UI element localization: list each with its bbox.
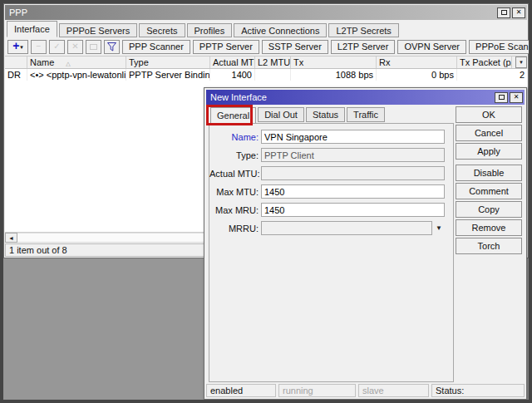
comment-icon [90,44,97,50]
mrru-row: MRRU: ▼ [209,221,453,235]
column-name[interactable]: Name△ [27,57,126,68]
type-label: Type: [209,150,261,160]
filter-button[interactable] [104,40,120,54]
dialog-close-button[interactable]: ✕ [510,92,523,103]
running-status: running [278,384,356,397]
row-actual-mtu: 1400 [210,69,255,81]
table-row[interactable]: DR <•><pptp-vpn-lewatonline> PPTP Server… [5,69,527,81]
max-mtu-field[interactable] [261,184,445,199]
torch-button[interactable]: Torch [456,238,522,254]
cross-icon: ✕ [71,42,78,51]
mrru-dropdown-icon: ▼ [436,224,442,232]
interface-state-icon: <•> [30,69,44,81]
slave-status: slave [358,384,429,397]
general-tab-panel: Name: Type: Actual MTU: Max MTU: Max MRU… [209,123,454,382]
row-name: <•><pptp-vpn-lewatonline> [27,69,126,81]
enable-button: ✓ [49,40,65,54]
tab-dial-out[interactable]: Dial Out [258,107,304,122]
max-mru-label: Max MRU: [209,205,261,215]
item-count: 1 item out of 8 [9,245,67,255]
row-rx: 0 bps [377,69,457,81]
sort-asc-icon: △ [66,61,70,66]
column-tx[interactable]: Tx [291,57,377,68]
pptp-server-button[interactable]: PPTP Server [193,40,259,54]
name-label: Name: [209,132,261,142]
add-button[interactable]: + ▾ [7,40,28,54]
scroll-left-button[interactable]: ◄ [5,233,17,243]
type-row: Type: [209,148,453,162]
name-row: Name: [209,130,453,144]
row-flags: DR [5,69,27,81]
mrru-field [261,221,432,235]
tab-pppoe-servers[interactable]: PPPoE Servers [59,23,137,37]
maximize-button[interactable] [497,7,510,18]
comment-button[interactable]: Comment [456,183,522,199]
max-mru-row: Max MRU: [209,203,453,217]
remove-button: − [31,40,47,54]
copy-button[interactable]: Copy [456,201,522,218]
dialog-titlebar[interactable]: New Interface ✕ [206,90,525,105]
tab-status[interactable]: Status [306,107,345,122]
tab-l2tp-secrets[interactable]: L2TP Secrets [328,23,398,37]
tab-general[interactable]: General [210,107,256,124]
dialog-tabbar: General Dial Out Status Traffic [210,107,385,124]
column-tx-packet[interactable]: Tx Packet (p/s) [457,57,512,68]
status-label: Status: [431,384,525,397]
column-type[interactable]: Type [126,57,210,68]
type-field [261,148,445,162]
column-select-icon: ▼ [519,60,524,65]
ovpn-server-button[interactable]: OVPN Server [397,40,466,54]
apply-button[interactable]: Apply [456,143,522,160]
plus-icon: + [12,40,19,52]
minus-icon: − [37,42,42,51]
actual-mtu-row: Actual MTU: [209,166,453,180]
column-rx[interactable]: Rx [377,57,457,68]
name-field[interactable] [261,130,445,144]
maximize-icon [501,10,507,15]
new-interface-dialog: New Interface ✕ General Dial Out Status … [204,87,527,400]
table-header: Name△ Type Actual MTU L2 MTU Tx Rx Tx Pa… [5,57,527,69]
ppp-titlebar[interactable]: PPP ✕ [5,5,527,20]
actual-mtu-field [261,166,445,180]
enabled-status: enabled [206,384,276,397]
close-icon: ✕ [516,9,522,16]
check-icon: ✓ [53,42,60,51]
ok-button[interactable]: OK [456,106,522,123]
dialog-maximize-button[interactable] [495,92,508,103]
winbox-desktop: PPP ✕ Interface PPPoE Servers Secrets Pr… [0,0,532,403]
close-button[interactable]: ✕ [512,7,525,18]
window-title: PPP [9,7,495,17]
ppp-tabbar: Interface PPPoE Servers Secrets Profiles… [5,20,527,37]
caret-down-icon: ▾ [20,44,23,50]
column-actual-mtu[interactable]: Actual MTU [210,57,255,68]
tab-secrets[interactable]: Secrets [139,23,185,37]
column-flags[interactable] [5,57,27,68]
tab-interface[interactable]: Interface [7,21,57,37]
max-mtu-row: Max MTU: [209,184,453,199]
l2tp-server-button[interactable]: L2TP Server [331,40,396,54]
remove-button[interactable]: Remove [456,219,522,236]
column-select-button[interactable]: ▼ [515,57,527,68]
row-l2-mtu [255,69,291,81]
tab-active-connections[interactable]: Active Connections [234,23,327,37]
ppp-toolbar: + ▾ − ✓ ✕ PPP Scanner PPTP Server SSTP S… [5,37,527,56]
pppoe-scan-button[interactable]: PPPoE Scan [469,40,532,54]
close-icon: ✕ [514,94,520,101]
sstp-server-button[interactable]: SSTP Server [262,40,328,54]
filter-icon [107,42,116,52]
disable-button: ✕ [67,40,83,54]
comment-button [86,40,101,54]
max-mru-field[interactable] [261,203,445,217]
mrru-label: MRRU: [209,224,261,233]
dialog-title: New Interface [210,92,493,102]
tab-traffic[interactable]: Traffic [347,107,385,122]
tab-profiles[interactable]: Profiles [187,23,233,37]
row-tx: 1088 bps [291,69,377,81]
max-mtu-label: Max MTU: [209,187,261,197]
ppp-scanner-button[interactable]: PPP Scanner [122,40,190,54]
maximize-icon [499,95,505,100]
disable-button[interactable]: Disable [456,165,522,181]
scroll-left-icon: ◄ [8,235,14,241]
cancel-button[interactable]: Cancel [456,125,522,141]
column-l2-mtu[interactable]: L2 MTU [255,57,291,68]
